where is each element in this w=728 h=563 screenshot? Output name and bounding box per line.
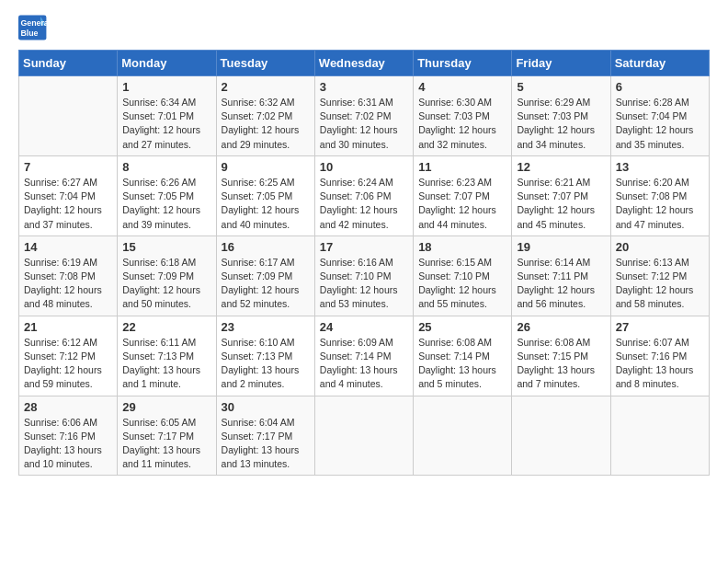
day-number: 1 xyxy=(122,80,210,94)
day-number: 24 xyxy=(320,320,408,334)
day-number: 21 xyxy=(24,320,112,334)
day-info: Sunrise: 6:11 AM Sunset: 7:13 PM Dayligh… xyxy=(122,336,210,392)
day-info: Sunrise: 6:31 AM Sunset: 7:02 PM Dayligh… xyxy=(320,96,408,152)
calendar-day-cell: 26Sunrise: 6:08 AM Sunset: 7:15 PM Dayli… xyxy=(512,316,610,396)
calendar-week-row: 28Sunrise: 6:06 AM Sunset: 7:16 PM Dayli… xyxy=(19,396,710,476)
calendar-day-cell: 1Sunrise: 6:34 AM Sunset: 7:01 PM Daylig… xyxy=(118,76,216,156)
day-info: Sunrise: 6:30 AM Sunset: 7:03 PM Dayligh… xyxy=(418,96,506,152)
day-number: 13 xyxy=(616,160,704,174)
calendar-day-cell: 20Sunrise: 6:13 AM Sunset: 7:12 PM Dayli… xyxy=(610,236,709,316)
calendar-day-cell xyxy=(314,396,413,476)
day-info: Sunrise: 6:20 AM Sunset: 7:08 PM Dayligh… xyxy=(616,176,704,232)
day-number: 19 xyxy=(517,240,605,254)
day-number: 3 xyxy=(320,80,408,94)
day-info: Sunrise: 6:08 AM Sunset: 7:15 PM Dayligh… xyxy=(517,336,605,392)
day-number: 30 xyxy=(222,400,310,414)
weekday-header-cell: Friday xyxy=(512,51,610,76)
day-number: 16 xyxy=(222,240,310,254)
day-number: 28 xyxy=(24,400,112,414)
svg-text:General: General xyxy=(20,18,48,28)
weekday-header-cell: Wednesday xyxy=(314,51,413,76)
calendar-day-cell: 29Sunrise: 6:05 AM Sunset: 7:17 PM Dayli… xyxy=(118,396,216,476)
day-info: Sunrise: 6:12 AM Sunset: 7:12 PM Dayligh… xyxy=(24,336,112,392)
day-info: Sunrise: 6:18 AM Sunset: 7:09 PM Dayligh… xyxy=(122,256,210,312)
calendar-day-cell: 23Sunrise: 6:10 AM Sunset: 7:13 PM Dayli… xyxy=(216,316,314,396)
calendar-day-cell: 22Sunrise: 6:11 AM Sunset: 7:13 PM Dayli… xyxy=(118,316,216,396)
day-number: 10 xyxy=(320,160,408,174)
day-info: Sunrise: 6:04 AM Sunset: 7:17 PM Dayligh… xyxy=(222,416,310,472)
calendar-body: 1Sunrise: 6:34 AM Sunset: 7:01 PM Daylig… xyxy=(19,76,710,476)
day-info: Sunrise: 6:24 AM Sunset: 7:06 PM Dayligh… xyxy=(320,176,408,232)
calendar-day-cell: 19Sunrise: 6:14 AM Sunset: 7:11 PM Dayli… xyxy=(512,236,610,316)
weekday-header-cell: Monday xyxy=(118,51,216,76)
calendar-day-cell: 11Sunrise: 6:23 AM Sunset: 7:07 PM Dayli… xyxy=(414,155,512,236)
calendar-day-cell: 7Sunrise: 6:27 AM Sunset: 7:04 PM Daylig… xyxy=(19,155,118,236)
calendar-day-cell: 8Sunrise: 6:26 AM Sunset: 7:05 PM Daylig… xyxy=(118,155,216,236)
calendar-day-cell: 17Sunrise: 6:16 AM Sunset: 7:10 PM Dayli… xyxy=(314,236,413,316)
day-info: Sunrise: 6:25 AM Sunset: 7:05 PM Dayligh… xyxy=(222,176,310,232)
day-info: Sunrise: 6:08 AM Sunset: 7:14 PM Dayligh… xyxy=(418,336,506,392)
calendar-day-cell: 15Sunrise: 6:18 AM Sunset: 7:09 PM Dayli… xyxy=(118,236,216,316)
calendar-day-cell: 2Sunrise: 6:32 AM Sunset: 7:02 PM Daylig… xyxy=(216,76,314,156)
calendar-day-cell: 9Sunrise: 6:25 AM Sunset: 7:05 PM Daylig… xyxy=(216,155,314,236)
day-info: Sunrise: 6:16 AM Sunset: 7:10 PM Dayligh… xyxy=(320,256,408,312)
day-number: 29 xyxy=(122,400,210,414)
logo: General Blue xyxy=(18,15,48,40)
logo-icon: General Blue xyxy=(18,15,48,40)
weekday-header-cell: Thursday xyxy=(414,51,512,76)
calendar-day-cell: 21Sunrise: 6:12 AM Sunset: 7:12 PM Dayli… xyxy=(19,316,118,396)
calendar-day-cell: 24Sunrise: 6:09 AM Sunset: 7:14 PM Dayli… xyxy=(314,316,413,396)
day-info: Sunrise: 6:14 AM Sunset: 7:11 PM Dayligh… xyxy=(517,256,605,312)
day-info: Sunrise: 6:07 AM Sunset: 7:16 PM Dayligh… xyxy=(616,336,704,392)
calendar-day-cell: 3Sunrise: 6:31 AM Sunset: 7:02 PM Daylig… xyxy=(314,76,413,156)
day-info: Sunrise: 6:27 AM Sunset: 7:04 PM Dayligh… xyxy=(24,176,112,232)
calendar-day-cell: 13Sunrise: 6:20 AM Sunset: 7:08 PM Dayli… xyxy=(610,155,709,236)
day-number: 15 xyxy=(122,240,210,254)
day-number: 4 xyxy=(418,80,506,94)
calendar-day-cell: 18Sunrise: 6:15 AM Sunset: 7:10 PM Dayli… xyxy=(414,236,512,316)
calendar-day-cell: 6Sunrise: 6:28 AM Sunset: 7:04 PM Daylig… xyxy=(610,76,709,156)
day-number: 7 xyxy=(24,160,112,174)
day-info: Sunrise: 6:23 AM Sunset: 7:07 PM Dayligh… xyxy=(418,176,506,232)
day-info: Sunrise: 6:34 AM Sunset: 7:01 PM Dayligh… xyxy=(122,96,210,152)
day-number: 17 xyxy=(320,240,408,254)
day-info: Sunrise: 6:13 AM Sunset: 7:12 PM Dayligh… xyxy=(616,256,704,312)
day-number: 26 xyxy=(517,320,605,334)
calendar-day-cell: 27Sunrise: 6:07 AM Sunset: 7:16 PM Dayli… xyxy=(610,316,709,396)
day-info: Sunrise: 6:21 AM Sunset: 7:07 PM Dayligh… xyxy=(517,176,605,232)
day-number: 20 xyxy=(616,240,704,254)
day-info: Sunrise: 6:28 AM Sunset: 7:04 PM Dayligh… xyxy=(616,96,704,152)
calendar-table: SundayMondayTuesdayWednesdayThursdayFrid… xyxy=(18,50,710,476)
day-info: Sunrise: 6:32 AM Sunset: 7:02 PM Dayligh… xyxy=(222,96,310,152)
calendar-day-cell: 12Sunrise: 6:21 AM Sunset: 7:07 PM Dayli… xyxy=(512,155,610,236)
day-number: 27 xyxy=(616,320,704,334)
day-number: 22 xyxy=(122,320,210,334)
day-number: 25 xyxy=(418,320,506,334)
calendar-day-cell xyxy=(19,76,118,156)
calendar-day-cell: 25Sunrise: 6:08 AM Sunset: 7:14 PM Dayli… xyxy=(414,316,512,396)
calendar-week-row: 1Sunrise: 6:34 AM Sunset: 7:01 PM Daylig… xyxy=(19,76,710,156)
day-info: Sunrise: 6:29 AM Sunset: 7:03 PM Dayligh… xyxy=(517,96,605,152)
calendar-day-cell xyxy=(414,396,512,476)
page-container: General Blue SundayMondayTuesdayWednesda… xyxy=(0,0,728,485)
day-number: 23 xyxy=(222,320,310,334)
calendar-day-cell: 30Sunrise: 6:04 AM Sunset: 7:17 PM Dayli… xyxy=(216,396,314,476)
weekday-header-cell: Saturday xyxy=(610,51,709,76)
day-info: Sunrise: 6:19 AM Sunset: 7:08 PM Dayligh… xyxy=(24,256,112,312)
calendar-day-cell: 10Sunrise: 6:24 AM Sunset: 7:06 PM Dayli… xyxy=(314,155,413,236)
day-info: Sunrise: 6:26 AM Sunset: 7:05 PM Dayligh… xyxy=(122,176,210,232)
calendar-day-cell: 28Sunrise: 6:06 AM Sunset: 7:16 PM Dayli… xyxy=(19,396,118,476)
day-number: 8 xyxy=(122,160,210,174)
weekday-header-cell: Tuesday xyxy=(216,51,314,76)
day-number: 6 xyxy=(616,80,704,94)
day-number: 2 xyxy=(222,80,310,94)
calendar-week-row: 21Sunrise: 6:12 AM Sunset: 7:12 PM Dayli… xyxy=(19,316,710,396)
calendar-day-cell: 4Sunrise: 6:30 AM Sunset: 7:03 PM Daylig… xyxy=(414,76,512,156)
calendar-day-cell xyxy=(512,396,610,476)
calendar-week-row: 14Sunrise: 6:19 AM Sunset: 7:08 PM Dayli… xyxy=(19,236,710,316)
day-info: Sunrise: 6:05 AM Sunset: 7:17 PM Dayligh… xyxy=(122,416,210,472)
day-info: Sunrise: 6:17 AM Sunset: 7:09 PM Dayligh… xyxy=(222,256,310,312)
day-number: 12 xyxy=(517,160,605,174)
day-number: 9 xyxy=(222,160,310,174)
day-info: Sunrise: 6:15 AM Sunset: 7:10 PM Dayligh… xyxy=(418,256,506,312)
